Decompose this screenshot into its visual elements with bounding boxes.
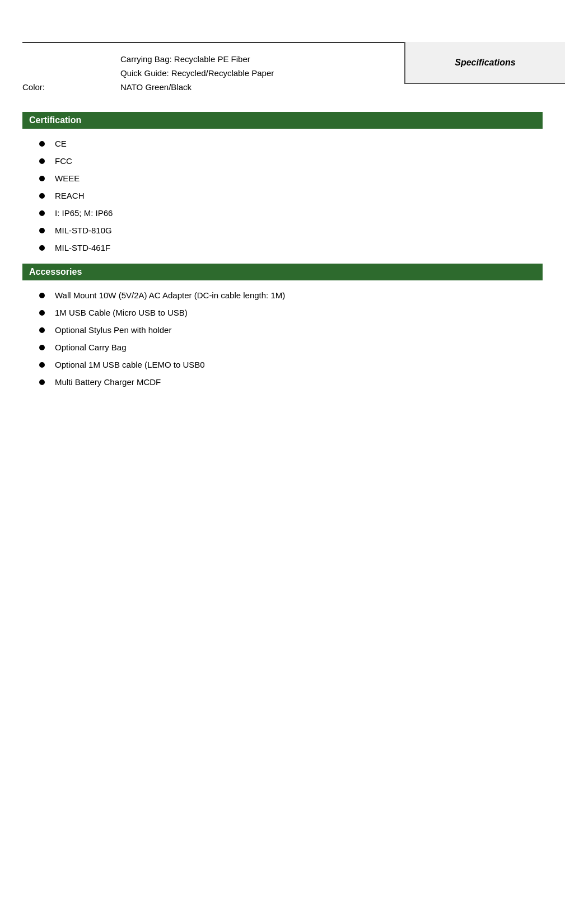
list-item: CE [39,139,543,148]
certification-section: Certification CEFCCWEEEREACHI: IP65; M: … [22,112,543,252]
intro-label-color: Color: [22,82,120,92]
list-item: Multi Battery Charger MCDF [39,377,543,387]
list-item-text: 1M USB Cable (Micro USB to USB) [55,308,188,317]
list-item: MIL-STD-461F [39,243,543,252]
bullet-dot [39,176,45,181]
bullet-dot [39,193,45,199]
list-item: Wall Mount 10W (5V/2A) AC Adapter (DC-in… [39,290,543,300]
list-item-text: MIL-STD-461F [55,243,110,252]
list-item: REACH [39,191,543,200]
intro-value-carrying: Carrying Bag: Recyclable PE Fiber [120,54,250,64]
list-item: FCC [39,156,543,166]
list-item: Optional 1M USB cable (LEMO to USB0 [39,360,543,369]
certification-header: Certification [22,112,543,129]
intro-value-color: NATO Green/Black [120,82,192,92]
list-item-text: Optional Carry Bag [55,343,127,352]
list-item-text: Optional Stylus Pen with holder [55,325,171,335]
bullet-dot [39,141,45,147]
bullet-dot [39,228,45,233]
list-item: WEEE [39,173,543,183]
list-item: I: IP65; M: IP66 [39,208,543,218]
list-item-text: REACH [55,191,85,200]
bullet-dot [39,379,45,385]
list-item-text: CE [55,139,67,148]
bullet-dot [39,345,45,350]
list-item: Optional Stylus Pen with holder [39,325,543,335]
bullet-dot [39,362,45,368]
page-container: Specifications Carrying Bag: Recyclable … [0,42,565,924]
list-item-text: Multi Battery Charger MCDF [55,377,161,387]
bullet-dot [39,327,45,333]
list-item-text: Wall Mount 10W (5V/2A) AC Adapter (DC-in… [55,290,285,300]
list-item-text: Optional 1M USB cable (LEMO to USB0 [55,360,205,369]
list-item: Optional Carry Bag [39,343,543,352]
specifications-tab: Specifications [404,42,565,84]
accessories-section: Accessories Wall Mount 10W (5V/2A) AC Ad… [22,264,543,387]
list-item-text: I: IP65; M: IP66 [55,208,113,218]
bullet-dot [39,158,45,164]
list-item-text: FCC [55,156,72,166]
bullet-dot [39,245,45,251]
bullet-dot [39,293,45,298]
accessories-header: Accessories [22,264,543,280]
intro-value-quickguide: Quick Guide: Recycled/Recyclable Paper [120,68,274,78]
list-item-text: MIL-STD-810G [55,226,112,235]
specifications-tab-label: Specifications [455,58,515,68]
bullet-dot [39,210,45,216]
list-item: MIL-STD-810G [39,226,543,235]
list-item: 1M USB Cable (Micro USB to USB) [39,308,543,317]
bullet-dot [39,310,45,316]
certification-list: CEFCCWEEEREACHI: IP65; M: IP66MIL-STD-81… [22,139,543,252]
accessories-list: Wall Mount 10W (5V/2A) AC Adapter (DC-in… [22,290,543,387]
list-item-text: WEEE [55,173,80,183]
